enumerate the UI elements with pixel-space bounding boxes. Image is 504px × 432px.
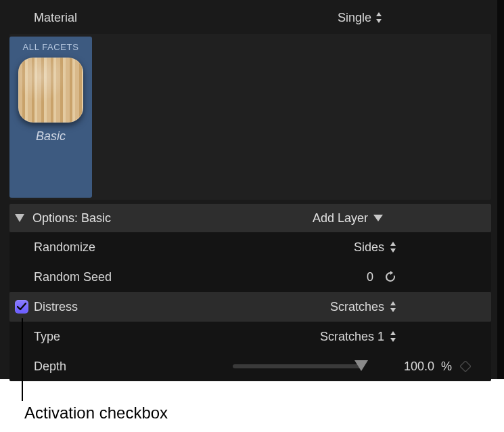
- distress-label: Distress: [34, 300, 281, 314]
- refresh-icon[interactable]: [384, 271, 396, 283]
- facet-tile-all-facets[interactable]: ALL FACETS Basic: [9, 37, 92, 198]
- updown-stepper-icon: [390, 242, 396, 253]
- add-layer-dropdown[interactable]: Add Layer: [313, 211, 383, 225]
- facet-tab-label: ALL FACETS: [9, 42, 92, 52]
- add-layer-label: Add Layer: [313, 211, 368, 225]
- type-dropdown[interactable]: Scratches 1: [281, 330, 396, 344]
- depth-row: Depth 100.0 %: [9, 351, 491, 381]
- type-row: Type Scratches 1: [9, 322, 491, 351]
- distress-activation-checkbox[interactable]: [15, 300, 28, 314]
- updown-stepper-icon: [390, 301, 396, 312]
- random-seed-row: Random Seed 0: [9, 262, 491, 292]
- keyframe-diamond-icon[interactable]: [460, 361, 471, 372]
- depth-value-field[interactable]: 100.0 %: [377, 360, 452, 374]
- depth-slider-track[interactable]: [233, 364, 361, 368]
- annotation-label: Activation checkbox: [24, 404, 168, 423]
- material-label: Material: [34, 11, 338, 25]
- distress-row: Distress Scratches: [9, 292, 491, 322]
- facets-area: ALL FACETS Basic: [9, 34, 491, 200]
- inspector-panel: Material Single ALL FACETS Basic Options…: [0, 0, 504, 379]
- depth-unit: %: [441, 360, 452, 373]
- material-header-row: Material Single: [9, 3, 490, 33]
- updown-stepper-icon: [390, 331, 396, 342]
- distress-activation-checkbox-slot: [15, 300, 31, 314]
- updown-stepper-icon[interactable]: [375, 12, 382, 23]
- chevron-down-icon: [373, 215, 383, 221]
- material-dropdown-value[interactable]: Single: [338, 11, 371, 25]
- depth-value: 100.0: [404, 360, 434, 373]
- facet-material-name: Basic: [9, 129, 92, 144]
- check-icon: [17, 303, 26, 311]
- randomize-label: Randomize: [34, 240, 281, 255]
- disclosure-triangle-icon[interactable]: [15, 214, 24, 222]
- random-seed-value: 0: [367, 270, 373, 284]
- options-section-label: Options: Basic: [32, 211, 313, 225]
- randomize-row: Randomize Sides: [9, 232, 491, 262]
- type-value: Scratches 1: [320, 330, 384, 344]
- random-seed-control[interactable]: 0: [281, 270, 396, 284]
- random-seed-label: Random Seed: [34, 270, 281, 284]
- randomize-value: Sides: [354, 240, 384, 255]
- inspector-inner: Material Single ALL FACETS Basic Options…: [0, 0, 490, 379]
- randomize-dropdown[interactable]: Sides: [281, 240, 396, 255]
- distress-value: Scratches: [330, 300, 384, 314]
- type-label: Type: [34, 330, 281, 344]
- material-swatch[interactable]: [18, 58, 83, 123]
- depth-label: Depth: [34, 360, 233, 374]
- annotation-leader-line: [22, 318, 23, 401]
- depth-slider-thumb[interactable]: [354, 360, 368, 371]
- options-header-row: Options: Basic Add Layer: [9, 204, 491, 232]
- distress-dropdown[interactable]: Scratches: [281, 300, 396, 314]
